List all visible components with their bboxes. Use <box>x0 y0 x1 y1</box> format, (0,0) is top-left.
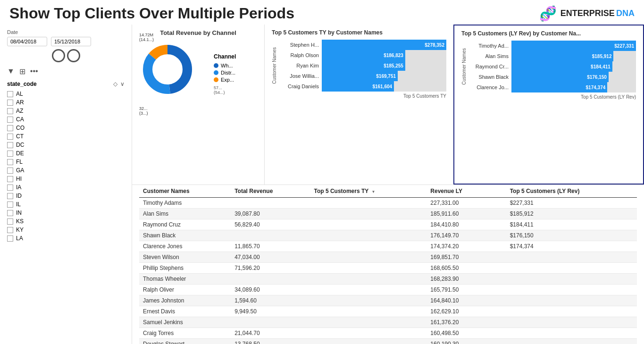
bar-value: $161,604 <box>372 84 392 89</box>
col-revenue-ly[interactable]: Revenue LY <box>427 185 506 198</box>
state-item[interactable]: AL <box>7 90 125 98</box>
cell-total-rev: 21,044.70 <box>231 328 310 339</box>
state-item[interactable]: IN <box>7 209 125 217</box>
bar-ly-chart: Timothy Ad... $227,331 Alan Sims $185,91… <box>468 41 636 92</box>
cell-top5-ly: $227,331 <box>506 198 637 209</box>
state-item[interactable]: DC <box>7 141 125 149</box>
state-checkbox[interactable] <box>7 108 13 114</box>
slider-circle-left[interactable] <box>52 49 65 62</box>
state-checkbox[interactable] <box>7 218 13 225</box>
state-item[interactable]: FL <box>7 158 125 166</box>
date-start-input[interactable] <box>7 37 47 46</box>
state-item[interactable]: CA <box>7 116 125 123</box>
bar-fill: $176,150 <box>511 72 609 82</box>
bar-row: Raymond Cr... $184,411 <box>468 61 636 72</box>
state-item[interactable]: GA <box>7 167 125 174</box>
state-checkbox[interactable] <box>7 185 13 191</box>
charts-area: Total Revenue by Channel 14.72M (14.1...… <box>132 25 644 344</box>
eraser-icon[interactable]: ◇ <box>113 81 117 87</box>
cell-total-rev: 39,087.80 <box>231 209 310 219</box>
more-icon[interactable]: ••• <box>30 67 38 76</box>
state-label-text: KS <box>16 218 24 225</box>
table-row: Douglas Stewart 13,768.50 160,190.30 <box>139 339 637 344</box>
state-checkbox[interactable] <box>7 91 13 97</box>
state-item[interactable]: IA <box>7 184 125 191</box>
date-slider[interactable] <box>7 49 125 62</box>
state-item[interactable]: CO <box>7 124 125 132</box>
donut-top-label: 14.72M (14.1...) <box>139 33 154 42</box>
chevron-down-icon[interactable]: ∨ <box>120 81 125 87</box>
state-checkbox[interactable] <box>7 235 13 242</box>
state-checkbox[interactable] <box>7 134 13 140</box>
state-item[interactable]: CT <box>7 133 125 140</box>
state-label-text: AR <box>16 99 24 106</box>
state-item[interactable]: ID <box>7 192 125 200</box>
state-section: state_code ◇ ∨ ALARAZCACOCTDCDEFLGAHIIAI… <box>7 81 125 242</box>
bar-fill: $186,823 <box>322 50 405 60</box>
state-checkbox[interactable] <box>7 159 13 165</box>
state-checkbox[interactable] <box>7 142 13 148</box>
cell-rev-ly: 160,190.30 <box>427 339 506 344</box>
bar-fill: $278,352 <box>322 40 446 50</box>
donut-wrapper: 14.72M (14.1...) <box>139 41 205 107</box>
slider-circle-right[interactable] <box>67 49 80 62</box>
cell-top5-ly: $184,411 <box>506 219 637 230</box>
table-row: Phillip Stephens 71,596.20 168,605.50 <box>139 263 637 274</box>
bar-label: Timothy Ad... <box>468 43 509 49</box>
state-label-text: KY <box>16 227 24 233</box>
cell-rev-ly: 184,410.80 <box>427 219 506 230</box>
cell-name: Phillip Stephens <box>139 263 231 274</box>
col-total-revenue[interactable]: Total Revenue <box>231 185 310 198</box>
col-top5-ty[interactable]: Top 5 Customers TY ▼ <box>310 185 427 198</box>
state-item[interactable]: HI <box>7 175 125 183</box>
filter-icon[interactable]: ▼ <box>7 67 15 76</box>
cell-top5-ty <box>310 339 427 344</box>
bar-track: $184,411 <box>511 61 636 72</box>
state-checkbox[interactable] <box>7 168 13 174</box>
cell-total-rev: 47,034.00 <box>231 252 310 263</box>
state-checkbox[interactable] <box>7 193 13 199</box>
state-checkbox[interactable] <box>7 210 13 216</box>
cell-name: Ernest Davis <box>139 306 231 317</box>
state-item[interactable]: IL <box>7 201 125 208</box>
col-top5-ly[interactable]: Top 5 Customers (LY Rev) <box>506 185 637 198</box>
state-checkbox[interactable] <box>7 151 13 157</box>
charts-top: Total Revenue by Channel 14.72M (14.1...… <box>132 25 644 185</box>
date-end-input[interactable] <box>51 37 91 46</box>
slider-circles <box>52 49 80 62</box>
cell-top5-ty <box>310 306 427 317</box>
state-item[interactable]: DE <box>7 150 125 157</box>
cell-top5-ty <box>310 209 427 219</box>
state-item[interactable]: KS <box>7 218 125 225</box>
cell-rev-ly: 161,376.20 <box>427 317 506 328</box>
table-area[interactable]: Customer Names Total Revenue Top 5 Custo… <box>132 185 644 344</box>
bar-track: $185,255 <box>322 60 446 71</box>
cell-top5-ly <box>506 263 637 274</box>
state-item[interactable]: AZ <box>7 107 125 115</box>
state-item[interactable]: LA <box>7 235 125 242</box>
cell-top5-ly: $174,374 <box>506 241 637 252</box>
bar-track: $185,912 <box>511 51 636 61</box>
date-section: Date <box>7 29 125 62</box>
state-checkbox[interactable] <box>7 117 13 123</box>
cell-name: Craig Torres <box>139 328 231 339</box>
state-item[interactable]: KY <box>7 226 125 234</box>
cell-rev-ly: 185,911.60 <box>427 209 506 219</box>
cell-name: Douglas Stewart <box>139 339 231 344</box>
table-row: Steven Wilson 47,034.00 169,851.70 <box>139 252 637 263</box>
cell-top5-ty <box>310 274 427 285</box>
bar-value: $184,411 <box>591 64 611 69</box>
state-checkbox[interactable] <box>7 201 13 208</box>
legend-label: Exp... <box>221 77 234 83</box>
state-checkbox[interactable] <box>7 227 13 233</box>
state-item[interactable]: AR <box>7 99 125 106</box>
state-checkbox[interactable] <box>7 176 13 182</box>
table-icon[interactable]: ⊞ <box>19 67 25 76</box>
state-checkbox[interactable] <box>7 125 13 131</box>
cell-name: Clarence Jones <box>139 241 231 252</box>
state-label-text: GA <box>16 167 24 174</box>
state-checkbox[interactable] <box>7 100 13 106</box>
col-customer-names[interactable]: Customer Names <box>139 185 231 198</box>
donut-right-label: 57... (54...) <box>214 85 236 95</box>
bar-fill: $185,255 <box>322 60 405 71</box>
